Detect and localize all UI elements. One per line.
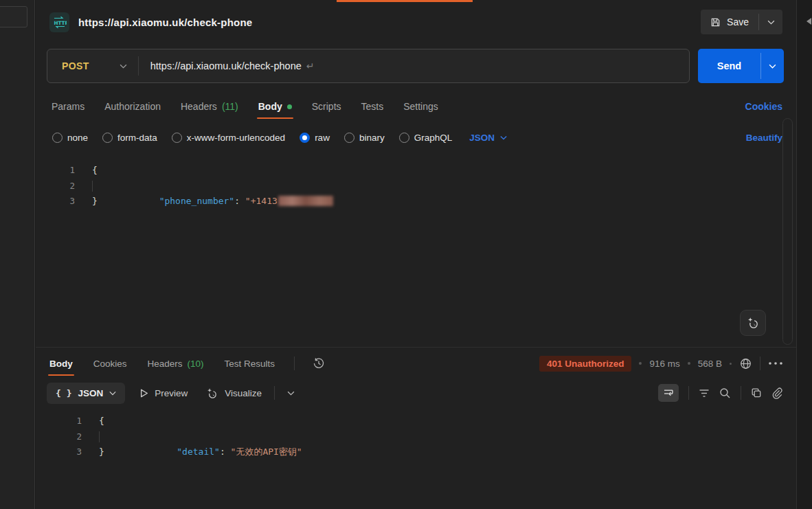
code-line: 2 "detail": "无效的API密钥" (36, 429, 796, 445)
line-number: 3 (36, 194, 75, 210)
response-history-button[interactable] (313, 357, 325, 370)
response-tab-cookies[interactable]: Cookies (92, 352, 128, 376)
response-headers-count: (10) (188, 359, 204, 369)
radio-circle (172, 133, 182, 143)
body-modified-dot (287, 104, 292, 109)
filter-button[interactable] (699, 389, 710, 398)
divider (294, 357, 295, 370)
search-icon (719, 387, 731, 399)
radio-x-www-form-urlencoded[interactable]: x-www-form-urlencoded (172, 133, 285, 143)
tab-params[interactable]: Params (50, 94, 86, 119)
url-input[interactable]: https://api.xiaomu.uk/check-phone↵ (150, 60, 315, 71)
more-options-button[interactable] (768, 361, 783, 366)
radio-graphql[interactable]: GraphQL (399, 133, 453, 143)
radio-form-data[interactable]: form-data (102, 133, 157, 143)
radio-raw[interactable]: raw (300, 133, 330, 143)
tab-settings[interactable]: Settings (402, 94, 440, 119)
response-format-selector[interactable]: { } JSON (47, 383, 125, 404)
divider (688, 386, 689, 400)
response-tab-body[interactable]: Body (48, 352, 74, 376)
response-toolbar: { } JSON Preview Visualize (47, 381, 783, 405)
chevron-down-icon (109, 391, 116, 396)
radio-none[interactable]: none (52, 133, 88, 143)
line-number: 1 (36, 163, 75, 179)
postbot-button[interactable] (740, 310, 766, 336)
screen-share-indicator (337, 0, 473, 2)
globe-icon (739, 357, 752, 370)
beautify-link[interactable]: Beautify (746, 133, 782, 143)
network-info-button[interactable] (739, 357, 752, 370)
response-body-editor[interactable]: 1 { 2 "detail": "无效的API密钥" 3 } (36, 411, 796, 460)
radio-circle-checked (300, 133, 310, 143)
response-tab-test-results[interactable]: Test Results (223, 352, 277, 376)
tab-headers[interactable]: Headers (11) (179, 94, 240, 119)
editor-scrollbar[interactable] (782, 118, 793, 345)
divider (741, 386, 741, 400)
save-icon (710, 17, 721, 27)
request-body-editor[interactable]: 1 { 2 "phone_number": "+1413 3 } (36, 157, 796, 347)
line-number: 2 (36, 179, 75, 194)
tab-tests[interactable]: Tests (360, 94, 385, 119)
chevron-down-icon (769, 64, 776, 69)
line-number: 2 (36, 429, 82, 445)
send-button-group: Send (698, 49, 784, 83)
request-url-row: POST https://api.xiaomu.uk/check-phone↵ … (47, 49, 784, 83)
chevron-down-icon (500, 135, 507, 140)
filter-icon (699, 389, 710, 398)
save-button[interactable]: Save (701, 10, 758, 34)
save-button-label: Save (727, 16, 749, 27)
right-rail (796, 0, 812, 509)
send-options-button[interactable] (761, 49, 784, 83)
response-tools (658, 384, 783, 402)
response-time[interactable]: 916 ms (649, 359, 679, 369)
copy-button[interactable] (751, 387, 762, 398)
preview-button[interactable]: Preview (140, 388, 188, 398)
tab-body[interactable]: Body (257, 94, 293, 119)
visualize-button[interactable]: Visualize (205, 387, 262, 400)
tab-authorization[interactable]: Authorization (103, 94, 162, 119)
collapse-panel-icon[interactable] (807, 18, 811, 25)
format-label: JSON (78, 388, 103, 398)
tab-scripts[interactable]: Scripts (311, 94, 343, 119)
link-button[interactable] (771, 387, 783, 399)
status-badge[interactable]: 401 Unauthorized (539, 356, 632, 372)
body-type-row: none form-data x-www-form-urlencoded raw… (52, 128, 782, 147)
braces-icon: { } (56, 388, 71, 398)
code-line: 1 { (36, 163, 796, 179)
language-selector[interactable]: JSON (469, 133, 507, 143)
response-size[interactable]: 568 B (698, 359, 722, 369)
code-line: 2 "phone_number": "+1413 (36, 179, 796, 194)
wrap-text-icon (663, 388, 674, 398)
visualize-options-button[interactable] (287, 391, 295, 396)
line-number: 1 (36, 414, 82, 429)
dot-separator (688, 362, 690, 365)
request-workspace: HTTP https://api.xiaomu.uk/check-phone S… (36, 0, 796, 509)
headers-count: (11) (222, 101, 238, 112)
response-tab-headers[interactable]: Headers (10) (146, 352, 205, 376)
wrap-text-button[interactable] (658, 384, 679, 402)
left-sidebar (0, 0, 35, 509)
send-button-label: Send (717, 60, 741, 71)
save-button-group: Save (701, 10, 782, 34)
method-selector[interactable]: POST (47, 60, 138, 71)
save-options-button[interactable] (759, 10, 782, 34)
divider (138, 56, 139, 76)
request-tabs: Params Authorization Headers (11) Body S… (50, 93, 782, 120)
radio-circle (102, 133, 113, 143)
history-clock-icon (313, 357, 325, 370)
radio-binary[interactable]: binary (344, 133, 385, 143)
play-icon (140, 389, 148, 398)
paperclip-icon (771, 387, 783, 399)
url-value: https://api.xiaomu.uk/check-phone (150, 60, 302, 71)
postbot-sparkle-icon (746, 316, 760, 330)
search-button[interactable] (719, 387, 731, 399)
send-button[interactable]: Send (698, 49, 760, 83)
divider (760, 357, 760, 370)
http-request-icon: HTTP (49, 12, 69, 32)
ellipsis-icon (768, 361, 783, 366)
url-box: POST https://api.xiaomu.uk/check-phone↵ (47, 49, 690, 83)
cookies-link[interactable]: Cookies (745, 101, 782, 112)
dot-separator (730, 363, 732, 365)
sidebar-collapsed-tab[interactable] (0, 6, 27, 27)
radio-circle (52, 133, 63, 143)
